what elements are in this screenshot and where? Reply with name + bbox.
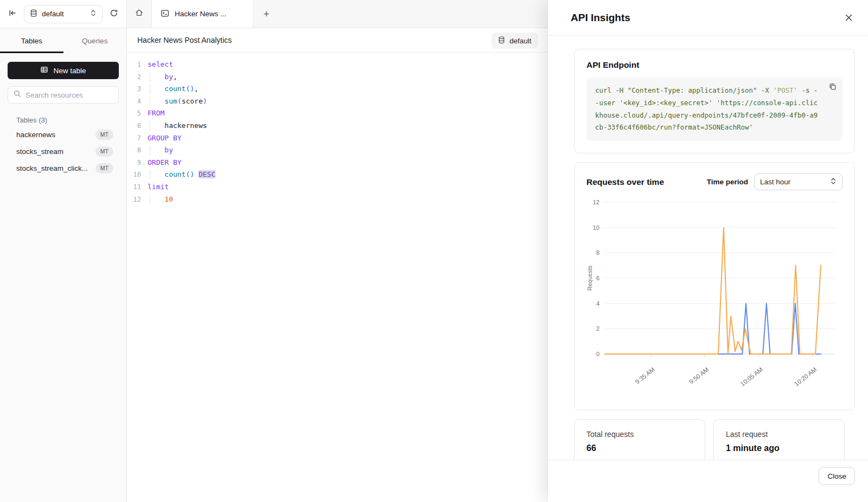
svg-text:Requests: Requests: [586, 266, 593, 291]
line-number: 8: [127, 144, 148, 157]
code-text: by: [148, 144, 173, 157]
table-name: stocks_stream_click...: [16, 164, 88, 172]
line-number: 3: [127, 83, 148, 95]
requests-over-time-title: Requests over time: [586, 177, 664, 187]
home-icon: [135, 8, 144, 20]
line-number: 5: [127, 107, 148, 120]
table-row[interactable]: hackernewsMT: [16, 126, 113, 143]
table-type-badge: MT: [95, 163, 113, 173]
requests-orange: [605, 228, 821, 354]
editor-database-selector[interactable]: default: [492, 33, 538, 49]
sidebar-tabs: Tables Queries: [0, 28, 126, 53]
tables-section-label: Tables (3): [16, 116, 113, 124]
database-icon: [30, 9, 37, 19]
database-icon: [498, 36, 505, 46]
time-period-label: Time period: [707, 178, 748, 186]
code-text: 10: [148, 194, 173, 206]
line-number: 4: [127, 95, 148, 108]
svg-text:10: 10: [593, 224, 599, 231]
svg-text:4: 4: [596, 300, 599, 307]
svg-text:12: 12: [593, 199, 599, 205]
svg-text:2: 2: [596, 326, 599, 332]
code-text: FROM: [148, 107, 164, 120]
panel-header: API Insights: [548, 0, 868, 36]
refresh-icon: [110, 9, 118, 20]
tab-tables[interactable]: Tables: [0, 28, 63, 53]
tab-queries[interactable]: Queries: [63, 28, 127, 53]
tab-hacker-news[interactable]: Hacker News ...: [152, 0, 253, 28]
line-number: 6: [127, 120, 148, 132]
refresh-button[interactable]: [107, 7, 121, 21]
search-input[interactable]: [25, 91, 113, 99]
close-button[interactable]: Close: [819, 467, 855, 485]
code-text: sum(score): [148, 95, 207, 108]
collapse-sidebar-button[interactable]: [5, 7, 20, 21]
home-button[interactable]: [127, 0, 152, 28]
new-table-button[interactable]: New table: [8, 62, 119, 79]
editor-database-selector-value: default: [509, 37, 532, 45]
chevron-updown-icon: [90, 9, 97, 18]
svg-text:8: 8: [596, 250, 599, 256]
table-type-badge: MT: [95, 130, 113, 140]
table-row[interactable]: stocks_stream_click...MT: [16, 160, 113, 177]
code-text: count() DESC: [148, 169, 215, 181]
time-period-select[interactable]: Last hour: [754, 173, 843, 190]
total-requests-card: Total requests 66: [574, 419, 705, 460]
table-name: hackernews: [16, 131, 55, 139]
requests-over-time-card: Requests over time Time period Last hour…: [574, 162, 855, 410]
curl-code-block: curl -H "Content-Type: application/json"…: [586, 78, 843, 141]
line-number: 9: [127, 157, 148, 169]
code-text: select: [148, 59, 173, 71]
table-type-badge: MT: [95, 146, 113, 157]
table-row[interactable]: stocks_streamMT: [16, 143, 113, 160]
svg-text:9:35 AM: 9:35 AM: [634, 366, 656, 385]
table-name: stocks_stream: [16, 147, 63, 156]
time-period-value: Last hour: [760, 178, 790, 186]
code-text: ORDER BY: [148, 157, 182, 169]
line-number: 1: [127, 59, 148, 71]
line-number: 11: [127, 181, 148, 194]
panel-title: API Insights: [571, 12, 630, 24]
code-text: count(),: [148, 83, 199, 95]
svg-text:10:05 AM: 10:05 AM: [739, 366, 764, 387]
copy-icon[interactable]: [828, 82, 837, 91]
code-text: GROUP BY: [148, 132, 182, 145]
code-text: limit: [148, 181, 169, 194]
active-tab-underline: [0, 52, 63, 53]
stats-row: Total requests 66 Last request 1 minute …: [574, 419, 855, 460]
code-text: hackernews: [148, 120, 207, 132]
line-number: 12: [127, 194, 148, 206]
chart-header: Requests over time Time period Last hour: [586, 173, 843, 190]
line-number: 2: [127, 71, 148, 83]
api-insights-panel: API Insights API Endpoint curl -H "Conte…: [548, 0, 868, 502]
database-selector-value: default: [42, 10, 86, 18]
tables-list: hackernewsMTstocks_streamMTstocks_stream…: [0, 126, 126, 177]
last-request-card: Last request 1 minute ago: [713, 419, 845, 460]
api-endpoint-card: API Endpoint curl -H "Content-Type: appl…: [574, 49, 855, 153]
table-grid-icon: [40, 66, 48, 75]
requests-chart: 0246810129:35 AM9:50 AM10:05 AM10:20 AMR…: [586, 197, 843, 405]
chevron-updown-icon: [830, 177, 837, 186]
query-title: Hacker News Post Analytics: [137, 36, 232, 44]
tab-title: Hacker News ...: [175, 10, 226, 18]
database-selector[interactable]: default: [24, 5, 103, 23]
left-sidebar: default Tables Queries New: [0, 0, 127, 502]
close-icon[interactable]: [845, 14, 852, 21]
terminal-icon: [161, 9, 169, 19]
last-request-label: Last request: [726, 430, 832, 439]
panel-content: API Endpoint curl -H "Content-Type: appl…: [548, 36, 868, 460]
panel-footer: Close: [548, 460, 868, 502]
api-endpoint-title: API Endpoint: [586, 60, 843, 70]
search-icon: [14, 90, 21, 100]
new-table-label: New table: [53, 67, 86, 75]
time-period-group: Time period Last hour: [707, 173, 843, 190]
last-request-value: 1 minute ago: [726, 443, 832, 453]
sidebar-topbar: default: [0, 0, 126, 28]
new-tab-button[interactable]: +: [253, 0, 279, 28]
total-requests-value: 66: [586, 443, 693, 453]
line-number: 10: [127, 169, 148, 181]
svg-text:6: 6: [596, 275, 599, 281]
line-number: 7: [127, 132, 148, 145]
svg-text:0: 0: [596, 351, 599, 357]
search-box: [8, 86, 119, 104]
